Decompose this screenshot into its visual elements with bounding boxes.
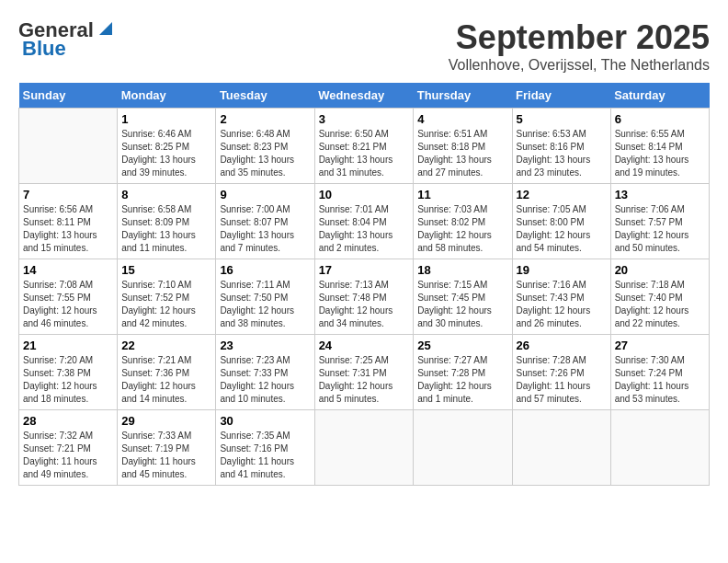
calendar-cell-w2-d3: 9Sunrise: 7:00 AMSunset: 8:07 PMDaylight… bbox=[216, 184, 314, 259]
col-sunday: Sunday bbox=[19, 83, 118, 109]
calendar-cell-w3-d1: 14Sunrise: 7:08 AMSunset: 7:55 PMDayligh… bbox=[19, 259, 118, 335]
calendar-cell-w1-d1 bbox=[19, 109, 118, 184]
day-info: Sunrise: 7:27 AMSunset: 7:28 PMDaylight:… bbox=[417, 354, 507, 406]
calendar-week-1: 1Sunrise: 6:46 AMSunset: 8:25 PMDaylight… bbox=[19, 109, 710, 184]
col-thursday: Thursday bbox=[414, 83, 512, 109]
day-number: 10 bbox=[319, 188, 410, 201]
day-info: Sunrise: 7:18 AMSunset: 7:40 PMDaylight:… bbox=[615, 279, 705, 330]
day-number: 20 bbox=[615, 263, 705, 277]
calendar-cell-w3-d3: 16Sunrise: 7:11 AMSunset: 7:50 PMDayligh… bbox=[216, 259, 314, 335]
day-info: Sunrise: 7:15 AMSunset: 7:45 PMDaylight:… bbox=[417, 279, 507, 330]
day-number: 13 bbox=[615, 188, 705, 201]
calendar-cell-w5-d4 bbox=[314, 410, 414, 486]
day-info: Sunrise: 7:16 AMSunset: 7:43 PMDaylight:… bbox=[517, 279, 607, 330]
day-info: Sunrise: 6:55 AMSunset: 8:14 PMDaylight:… bbox=[615, 128, 705, 179]
calendar-cell-w5-d5 bbox=[414, 410, 512, 486]
day-number: 21 bbox=[23, 339, 113, 352]
calendar-cell-w5-d7 bbox=[610, 410, 709, 486]
day-number: 14 bbox=[23, 263, 113, 277]
title-block: September 2025 Vollenhove, Overijssel, T… bbox=[449, 18, 710, 74]
day-number: 9 bbox=[220, 188, 310, 201]
day-number: 24 bbox=[319, 339, 410, 352]
calendar-week-4: 21Sunrise: 7:20 AMSunset: 7:38 PMDayligh… bbox=[19, 335, 710, 410]
day-number: 11 bbox=[417, 188, 507, 201]
day-number: 26 bbox=[517, 339, 607, 352]
calendar-cell-w1-d5: 4Sunrise: 6:51 AMSunset: 8:18 PMDaylight… bbox=[414, 109, 512, 184]
page-header: General Blue September 2025 Vollenhove, … bbox=[18, 18, 710, 74]
day-number: 29 bbox=[121, 414, 211, 428]
day-info: Sunrise: 7:10 AMSunset: 7:52 PMDaylight:… bbox=[121, 279, 211, 330]
col-monday: Monday bbox=[118, 83, 216, 109]
calendar-cell-w1-d7: 6Sunrise: 6:55 AMSunset: 8:14 PMDaylight… bbox=[610, 109, 709, 184]
day-info: Sunrise: 7:20 AMSunset: 7:38 PMDaylight:… bbox=[23, 354, 113, 406]
calendar-cell-w3-d2: 15Sunrise: 7:10 AMSunset: 7:52 PMDayligh… bbox=[118, 259, 216, 335]
calendar-cell-w4-d7: 27Sunrise: 7:30 AMSunset: 7:24 PMDayligh… bbox=[610, 335, 709, 410]
calendar-week-5: 28Sunrise: 7:32 AMSunset: 7:21 PMDayligh… bbox=[19, 410, 710, 486]
day-info: Sunrise: 6:50 AMSunset: 8:21 PMDaylight:… bbox=[319, 128, 410, 179]
day-info: Sunrise: 6:56 AMSunset: 8:11 PMDaylight:… bbox=[23, 203, 113, 255]
calendar-cell-w1-d4: 3Sunrise: 6:50 AMSunset: 8:21 PMDaylight… bbox=[314, 109, 414, 184]
day-number: 27 bbox=[615, 339, 705, 352]
day-number: 7 bbox=[23, 188, 113, 201]
calendar-cell-w1-d3: 2Sunrise: 6:48 AMSunset: 8:23 PMDaylight… bbox=[216, 109, 314, 184]
day-number: 6 bbox=[615, 112, 705, 126]
day-info: Sunrise: 7:00 AMSunset: 8:07 PMDaylight:… bbox=[220, 203, 310, 255]
logo-arrow-icon bbox=[96, 18, 116, 39]
day-info: Sunrise: 7:21 AMSunset: 7:36 PMDaylight:… bbox=[121, 354, 211, 406]
day-info: Sunrise: 7:01 AMSunset: 8:04 PMDaylight:… bbox=[319, 203, 410, 255]
col-wednesday: Wednesday bbox=[314, 83, 414, 109]
calendar-cell-w5-d2: 29Sunrise: 7:33 AMSunset: 7:19 PMDayligh… bbox=[118, 410, 216, 486]
day-number: 17 bbox=[319, 263, 410, 277]
calendar-cell-w2-d6: 12Sunrise: 7:05 AMSunset: 8:00 PMDayligh… bbox=[512, 184, 610, 259]
day-number: 8 bbox=[121, 188, 211, 201]
calendar-cell-w3-d7: 20Sunrise: 7:18 AMSunset: 7:40 PMDayligh… bbox=[610, 259, 709, 335]
calendar-cell-w3-d6: 19Sunrise: 7:16 AMSunset: 7:43 PMDayligh… bbox=[512, 259, 610, 335]
calendar-cell-w3-d4: 17Sunrise: 7:13 AMSunset: 7:48 PMDayligh… bbox=[314, 259, 414, 335]
svg-marker-0 bbox=[99, 22, 112, 35]
calendar-cell-w5-d3: 30Sunrise: 7:35 AMSunset: 7:16 PMDayligh… bbox=[216, 410, 314, 486]
location-subtitle: Vollenhove, Overijssel, The Netherlands bbox=[449, 57, 710, 74]
day-number: 25 bbox=[417, 339, 507, 352]
calendar-cell-w4-d4: 24Sunrise: 7:25 AMSunset: 7:31 PMDayligh… bbox=[314, 335, 414, 410]
day-info: Sunrise: 6:58 AMSunset: 8:09 PMDaylight:… bbox=[121, 203, 211, 255]
calendar-cell-w5-d1: 28Sunrise: 7:32 AMSunset: 7:21 PMDayligh… bbox=[19, 410, 118, 486]
day-number: 18 bbox=[417, 263, 507, 277]
day-info: Sunrise: 7:13 AMSunset: 7:48 PMDaylight:… bbox=[319, 279, 410, 330]
calendar-cell-w2-d4: 10Sunrise: 7:01 AMSunset: 8:04 PMDayligh… bbox=[314, 184, 414, 259]
day-info: Sunrise: 7:05 AMSunset: 8:00 PMDaylight:… bbox=[517, 203, 607, 255]
calendar-cell-w4-d6: 26Sunrise: 7:28 AMSunset: 7:26 PMDayligh… bbox=[512, 335, 610, 410]
calendar-header-row: Sunday Monday Tuesday Wednesday Thursday… bbox=[19, 83, 710, 109]
day-info: Sunrise: 7:11 AMSunset: 7:50 PMDaylight:… bbox=[220, 279, 310, 330]
day-info: Sunrise: 7:08 AMSunset: 7:55 PMDaylight:… bbox=[23, 279, 113, 330]
day-number: 23 bbox=[220, 339, 310, 352]
day-number: 22 bbox=[121, 339, 211, 352]
day-number: 2 bbox=[220, 112, 310, 126]
day-info: Sunrise: 7:33 AMSunset: 7:19 PMDaylight:… bbox=[121, 430, 211, 481]
calendar-cell-w1-d6: 5Sunrise: 6:53 AMSunset: 8:16 PMDaylight… bbox=[512, 109, 610, 184]
day-info: Sunrise: 6:46 AMSunset: 8:25 PMDaylight:… bbox=[121, 128, 211, 179]
calendar-cell-w2-d2: 8Sunrise: 6:58 AMSunset: 8:09 PMDaylight… bbox=[118, 184, 216, 259]
day-number: 28 bbox=[23, 414, 113, 428]
day-number: 3 bbox=[319, 112, 410, 126]
col-saturday: Saturday bbox=[610, 83, 709, 109]
day-number: 19 bbox=[517, 263, 607, 277]
calendar-cell-w4-d5: 25Sunrise: 7:27 AMSunset: 7:28 PMDayligh… bbox=[414, 335, 512, 410]
calendar-week-3: 14Sunrise: 7:08 AMSunset: 7:55 PMDayligh… bbox=[19, 259, 710, 335]
calendar-cell-w4-d1: 21Sunrise: 7:20 AMSunset: 7:38 PMDayligh… bbox=[19, 335, 118, 410]
calendar-cell-w2-d5: 11Sunrise: 7:03 AMSunset: 8:02 PMDayligh… bbox=[414, 184, 512, 259]
col-tuesday: Tuesday bbox=[216, 83, 314, 109]
logo: General Blue bbox=[18, 18, 116, 61]
month-title: September 2025 bbox=[449, 18, 710, 57]
logo-blue-text: Blue bbox=[22, 37, 66, 61]
day-info: Sunrise: 6:51 AMSunset: 8:18 PMDaylight:… bbox=[417, 128, 507, 179]
day-info: Sunrise: 7:30 AMSunset: 7:24 PMDaylight:… bbox=[615, 354, 705, 406]
day-number: 4 bbox=[417, 112, 507, 126]
calendar-week-2: 7Sunrise: 6:56 AMSunset: 8:11 PMDaylight… bbox=[19, 184, 710, 259]
calendar-cell-w4-d2: 22Sunrise: 7:21 AMSunset: 7:36 PMDayligh… bbox=[118, 335, 216, 410]
day-info: Sunrise: 7:32 AMSunset: 7:21 PMDaylight:… bbox=[23, 430, 113, 481]
day-info: Sunrise: 7:03 AMSunset: 8:02 PMDaylight:… bbox=[417, 203, 507, 255]
calendar-cell-w2-d7: 13Sunrise: 7:06 AMSunset: 7:57 PMDayligh… bbox=[610, 184, 709, 259]
day-info: Sunrise: 7:06 AMSunset: 7:57 PMDaylight:… bbox=[615, 203, 705, 255]
day-info: Sunrise: 6:53 AMSunset: 8:16 PMDaylight:… bbox=[517, 128, 607, 179]
day-info: Sunrise: 7:35 AMSunset: 7:16 PMDaylight:… bbox=[220, 430, 310, 481]
